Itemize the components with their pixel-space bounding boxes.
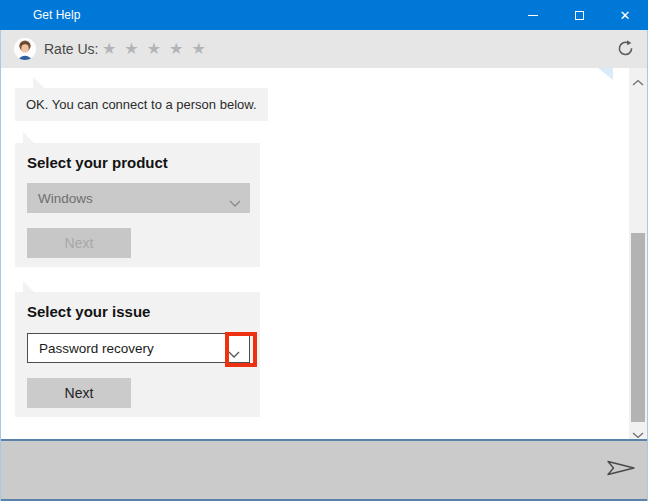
maximize-button[interactable] [556,0,602,30]
avatar [14,38,36,60]
caption-buttons: ✕ [510,0,648,30]
window-title: Get Help [33,8,80,22]
minimize-button[interactable] [510,0,556,30]
rate-us-bar: Rate Us: ★ ★ ★ ★ ★ [0,30,648,68]
star-icon[interactable]: ★ [191,39,205,58]
red-highlight-annotation [225,332,257,367]
bubble-tail [23,281,34,292]
issue-dropdown-value: Password recovery [39,341,154,356]
bot-message-text: OK. You can connect to a person below. [26,97,257,112]
rate-us-label: Rate Us: [44,41,98,57]
message-input-area[interactable] [0,439,648,501]
send-button[interactable] [606,458,636,478]
star-icon[interactable]: ★ [169,39,183,58]
chevron-down-icon [229,195,241,210]
bubble-tail [33,77,44,88]
scroll-up-button[interactable] [632,73,644,83]
star-icon[interactable]: ★ [102,39,116,58]
issue-next-button[interactable]: Next [27,378,131,408]
send-icon [606,458,636,478]
select-issue-card: Select your issue Password recovery Next [15,292,260,417]
chat-surface-tail [598,68,613,80]
bubble-tail [23,132,34,143]
chevron-up-icon [632,79,644,87]
get-help-window: Get Help ✕ Rate Us: ★ [0,0,648,501]
scrollbar-thumb[interactable] [631,233,645,422]
star-icon[interactable]: ★ [124,39,138,58]
star-icon[interactable]: ★ [147,39,161,58]
product-next-button: Next [27,228,131,258]
vertical-scrollbar[interactable] [629,68,647,439]
refresh-button[interactable] [617,40,634,57]
product-card-heading: Select your product [27,154,168,171]
close-button[interactable]: ✕ [602,0,648,30]
person-avatar-icon [14,38,36,60]
close-icon: ✕ [620,9,631,22]
issue-card-heading: Select your issue [27,303,150,320]
chevron-down-icon [632,431,644,439]
title-bar: Get Help ✕ [0,0,648,30]
issue-dropdown[interactable]: Password recovery [27,333,250,363]
scroll-down-button[interactable] [632,425,644,435]
window-border-left [0,30,1,501]
minimize-icon [528,15,538,16]
product-dropdown-value: Windows [38,191,93,206]
select-product-card: Select your product Windows Next [15,143,260,267]
refresh-icon [617,40,634,57]
bot-message-bubble: OK. You can connect to a person below. [15,88,268,121]
rating-stars: ★ ★ ★ ★ ★ [102,39,206,58]
product-dropdown: Windows [27,183,250,213]
maximize-icon [575,11,584,20]
chat-content: OK. You can connect to a person below. S… [1,68,629,439]
